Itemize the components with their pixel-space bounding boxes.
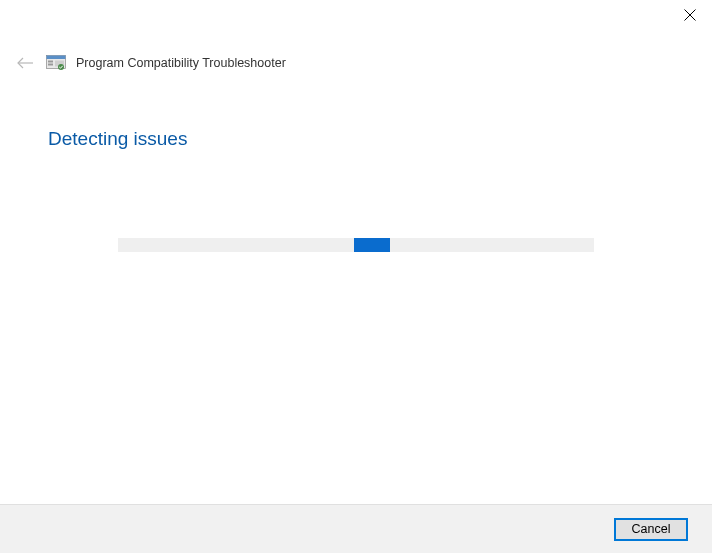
title-bar bbox=[0, 0, 712, 32]
close-icon bbox=[684, 9, 696, 21]
header: Program Compatibility Troubleshooter bbox=[0, 32, 712, 74]
troubleshooter-icon bbox=[46, 55, 66, 71]
progress-fill bbox=[354, 238, 390, 252]
progress-bar bbox=[118, 238, 594, 252]
back-button bbox=[14, 52, 36, 74]
progress-container bbox=[0, 238, 712, 252]
footer: Cancel bbox=[0, 504, 712, 553]
svg-rect-6 bbox=[48, 64, 53, 66]
back-arrow-icon bbox=[16, 56, 34, 70]
close-button[interactable] bbox=[667, 0, 712, 30]
content-area: Detecting issues bbox=[0, 74, 712, 150]
cancel-button[interactable]: Cancel bbox=[614, 518, 688, 541]
svg-rect-4 bbox=[47, 56, 66, 60]
window-title: Program Compatibility Troubleshooter bbox=[76, 56, 286, 70]
svg-rect-5 bbox=[48, 61, 53, 63]
page-heading: Detecting issues bbox=[48, 128, 664, 150]
